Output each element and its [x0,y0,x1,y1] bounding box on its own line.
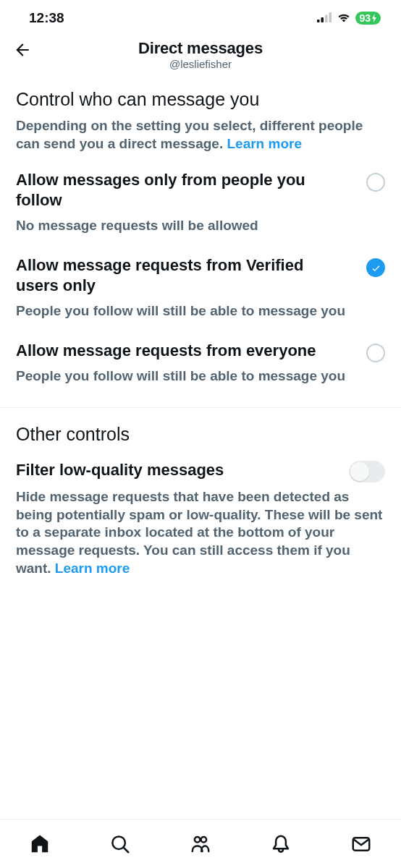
learn-more-link[interactable]: Learn more [55,561,130,576]
section-heading: Control who can message you [16,89,385,110]
charging-icon [371,14,377,22]
svg-point-6 [195,837,200,843]
svg-line-5 [124,848,128,852]
status-time: 12:38 [29,10,64,26]
option-title: Allow message requests from Verified use… [16,255,385,295]
radio-checked[interactable] [366,258,385,277]
nav-search[interactable] [109,833,131,855]
nav-messages[interactable] [350,833,372,855]
page-title: Direct messages [12,39,389,58]
option-description: No message requests will be allowed [16,217,385,235]
back-button[interactable] [13,41,32,62]
option-description: People you follow will still be able to … [16,302,385,320]
toggle-knob [350,462,369,481]
nav-notifications[interactable] [270,833,292,855]
nav-communities[interactable] [190,833,211,855]
option-verified-only[interactable]: Allow message requests from Verified use… [16,238,385,323]
control-section: Control who can message you Depending on… [0,79,401,153]
status-bar: 12:38 93 [0,0,401,33]
svg-rect-1 [321,17,324,22]
bottom-nav [0,819,401,868]
filter-title: Filter low-quality messages [16,461,385,480]
option-everyone[interactable]: Allow message requests from everyone Peo… [16,323,385,388]
svg-point-7 [201,837,207,843]
filter-low-quality-row: Filter low-quality messages [0,445,401,480]
status-indicators: 93 [317,10,381,26]
section-heading-other: Other controls [0,408,401,445]
wifi-icon [337,10,351,26]
option-description: People you follow will still be able to … [16,367,385,386]
svg-rect-2 [325,15,328,23]
message-options-group: Allow messages only from people you foll… [0,153,401,388]
battery-percent: 93 [359,12,371,24]
page-header: Direct messages @lesliefisher [0,33,401,79]
option-title: Allow messages only from people you foll… [16,170,385,210]
learn-more-link[interactable]: Learn more [227,136,301,151]
svg-rect-3 [329,12,332,22]
page-subtitle: @lesliefisher [12,58,389,70]
svg-rect-0 [317,20,320,22]
radio-unchecked[interactable] [366,344,385,362]
option-title: Allow message requests from everyone [16,341,385,361]
filter-toggle[interactable] [349,461,385,482]
battery-indicator: 93 [355,12,381,25]
nav-home[interactable] [29,833,51,855]
option-follow-only[interactable]: Allow messages only from people you foll… [16,153,385,238]
cellular-icon [317,10,332,26]
section-description: Depending on the setting you select, dif… [16,118,363,151]
